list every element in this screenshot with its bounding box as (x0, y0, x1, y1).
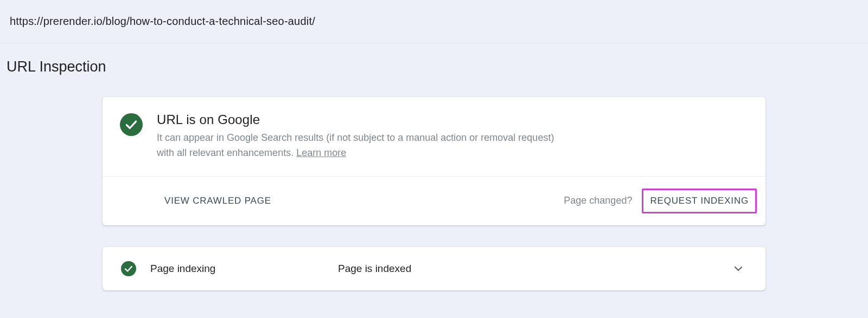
request-indexing-button[interactable]: REQUEST INDEXING (642, 189, 757, 213)
indexing-status: Page is indexed (338, 263, 716, 275)
page-indexing-row: Page indexing Page is indexed (103, 247, 765, 290)
checkmark-icon (121, 261, 136, 276)
status-actions-row: VIEW CRAWLED PAGE Page changed? REQUEST … (103, 177, 765, 225)
learn-more-link[interactable]: Learn more (296, 147, 346, 158)
indexing-label: Page indexing (150, 263, 324, 275)
view-crawled-page-button[interactable]: VIEW CRAWLED PAGE (164, 196, 271, 206)
page-title: URL Inspection (0, 43, 868, 97)
chevron-down-icon[interactable] (730, 260, 747, 277)
status-description: It can appear in Google Search results (… (157, 131, 569, 161)
page-changed-label: Page changed? (564, 195, 632, 206)
page-indexing-card[interactable]: Page indexing Page is indexed (103, 247, 765, 290)
url-input-bar[interactable]: https://prerender.io/blog/how-to-conduct… (0, 0, 868, 43)
status-summary: URL is on Google It can appear in Google… (103, 97, 765, 177)
right-actions: Page changed? REQUEST INDEXING (564, 189, 757, 213)
status-heading: URL is on Google (157, 112, 747, 127)
url-status-card: URL is on Google It can appear in Google… (103, 97, 765, 225)
checkmark-icon (120, 113, 143, 136)
status-text: URL is on Google It can appear in Google… (157, 112, 747, 161)
status-desc-text: It can appear in Google Search results (… (157, 132, 554, 158)
